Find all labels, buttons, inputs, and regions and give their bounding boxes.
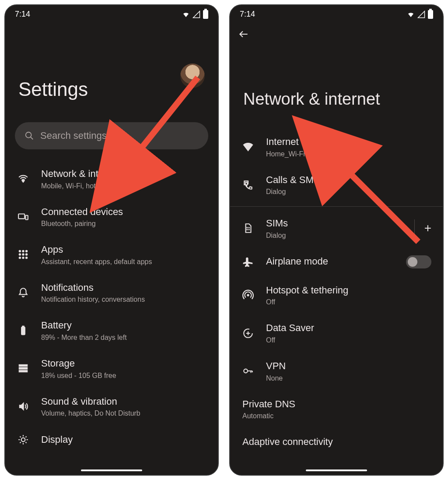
item-title: Connected devices bbox=[41, 206, 123, 219]
item-internet[interactable]: Internet Home_Wi-Fi bbox=[230, 128, 443, 166]
item-title: Internet bbox=[266, 136, 305, 148]
item-title: Storage bbox=[41, 357, 116, 370]
svg-point-22 bbox=[248, 227, 249, 228]
item-title: Hotspot & tethering bbox=[266, 284, 348, 297]
svg-rect-14 bbox=[22, 326, 24, 327]
item-notifications[interactable]: Notifications Notification history, conv… bbox=[5, 274, 218, 312]
back-button[interactable] bbox=[230, 21, 443, 42]
item-private-dns[interactable]: Private DNS Automatic bbox=[230, 390, 443, 428]
svg-point-5 bbox=[22, 251, 24, 252]
wifi-icon bbox=[407, 11, 415, 18]
sim-icon bbox=[242, 222, 255, 235]
item-calls-sms[interactable]: Calls & SMS Dialog bbox=[230, 166, 443, 204]
devices-icon bbox=[17, 210, 30, 223]
hotspot-icon bbox=[242, 289, 255, 302]
search-settings-input[interactable]: Search settings bbox=[15, 122, 208, 149]
item-sub: Home_Wi-Fi bbox=[266, 150, 305, 158]
volume-icon bbox=[17, 400, 30, 413]
item-title: Data Saver bbox=[266, 322, 314, 335]
status-time: 7:14 bbox=[240, 10, 255, 19]
item-adaptive-connectivity[interactable]: Adaptive connectivity bbox=[230, 428, 443, 456]
svg-rect-17 bbox=[19, 371, 28, 372]
svg-point-7 bbox=[19, 254, 21, 255]
item-title: Battery bbox=[41, 319, 127, 332]
item-hotspot-tethering[interactable]: Hotspot & tethering Off bbox=[230, 276, 443, 314]
status-bar: 7:14 bbox=[5, 5, 218, 21]
brightness-icon bbox=[17, 433, 30, 446]
wifi-icon bbox=[182, 11, 190, 18]
item-sub: 18% used - 105 GB free bbox=[41, 372, 116, 380]
svg-point-18 bbox=[21, 438, 25, 442]
item-title: Airplane mode bbox=[266, 255, 328, 268]
item-sound-vibration[interactable]: Sound & vibration Volume, haptics, Do No… bbox=[5, 388, 218, 426]
item-sims[interactable]: SIMs Dialog + bbox=[230, 209, 443, 247]
item-vpn[interactable]: VPN None bbox=[230, 352, 443, 390]
settings-list: Network & internet Mobile, Wi-Fi, hotspo… bbox=[5, 154, 218, 460]
nav-indicator[interactable] bbox=[306, 469, 367, 471]
add-sim-button[interactable]: + bbox=[414, 219, 431, 237]
svg-point-6 bbox=[25, 251, 27, 252]
item-network-internet[interactable]: Network & internet Mobile, Wi-Fi, hotspo… bbox=[5, 160, 218, 198]
svg-point-23 bbox=[247, 229, 248, 230]
divider bbox=[230, 206, 443, 207]
svg-point-24 bbox=[248, 229, 249, 230]
network-internet-screen: 7:14 Network & internet Internet Home_Wi… bbox=[229, 4, 444, 476]
svg-point-9 bbox=[25, 254, 27, 255]
item-data-saver[interactable]: Data Saver Off bbox=[230, 314, 443, 352]
item-title: VPN bbox=[266, 360, 286, 373]
svg-point-8 bbox=[22, 254, 24, 255]
data-saver-icon bbox=[242, 327, 255, 340]
svg-rect-15 bbox=[19, 365, 28, 367]
profile-avatar[interactable] bbox=[180, 64, 205, 88]
item-battery[interactable]: Battery 89% - More than 2 days left bbox=[5, 311, 218, 349]
item-sub: 89% - More than 2 days left bbox=[41, 334, 127, 342]
search-icon bbox=[24, 131, 34, 141]
svg-point-0 bbox=[26, 132, 32, 138]
item-sub: Volume, haptics, Do Not Disturb bbox=[41, 409, 140, 417]
status-time: 7:14 bbox=[15, 10, 30, 19]
battery-icon bbox=[203, 10, 208, 19]
item-sub: Mobile, Wi-Fi, hotspot bbox=[41, 182, 120, 190]
bell-icon bbox=[17, 286, 30, 299]
arrow-left-icon bbox=[238, 28, 249, 40]
item-sub: Automatic bbox=[242, 412, 295, 420]
svg-point-21 bbox=[247, 227, 248, 228]
wifi-icon bbox=[17, 172, 30, 185]
phone-sms-icon bbox=[242, 178, 255, 191]
item-airplane-mode[interactable]: Airplane mode bbox=[230, 247, 443, 276]
settings-screen: 7:14 Settings Search settings Network & … bbox=[4, 4, 219, 476]
nav-indicator[interactable] bbox=[81, 469, 142, 471]
item-storage[interactable]: Storage 18% used - 105 GB free bbox=[5, 349, 218, 388]
svg-rect-16 bbox=[19, 367, 28, 369]
item-title: SIMs bbox=[266, 217, 288, 230]
airplane-mode-toggle[interactable] bbox=[406, 255, 431, 268]
storage-icon bbox=[17, 362, 30, 375]
item-sub: Notification history, conversations bbox=[41, 296, 145, 304]
item-title: Display bbox=[41, 434, 73, 446]
item-title: Network & internet bbox=[41, 168, 120, 180]
item-title: Adaptive connectivity bbox=[242, 436, 333, 448]
item-title: Notifications bbox=[41, 282, 145, 294]
status-bar: 7:14 bbox=[230, 5, 443, 21]
svg-rect-2 bbox=[18, 214, 24, 219]
svg-rect-13 bbox=[21, 327, 25, 335]
signal-icon bbox=[192, 11, 200, 18]
item-display[interactable]: Display bbox=[5, 425, 218, 454]
network-list: Internet Home_Wi-Fi Calls & SMS Dialog S… bbox=[230, 122, 443, 462]
svg-point-12 bbox=[25, 257, 27, 259]
item-sub: Dialog bbox=[266, 232, 288, 240]
svg-point-27 bbox=[244, 369, 248, 373]
item-sub: Off bbox=[266, 298, 348, 306]
item-sub: None bbox=[266, 374, 286, 382]
item-sub: Off bbox=[266, 336, 314, 344]
page-title: Settings bbox=[18, 78, 205, 100]
apps-icon bbox=[17, 248, 30, 261]
item-connected-devices[interactable]: Connected devices Bluetooth, pairing bbox=[5, 198, 218, 236]
status-icons bbox=[182, 10, 208, 19]
item-title: Apps bbox=[41, 244, 152, 256]
item-apps[interactable]: Apps Assistant, recent apps, default app… bbox=[5, 236, 218, 274]
item-title: Private DNS bbox=[242, 398, 295, 411]
item-title: Calls & SMS bbox=[266, 174, 320, 187]
settings-header: Settings bbox=[5, 21, 218, 109]
airplane-icon bbox=[242, 255, 255, 268]
